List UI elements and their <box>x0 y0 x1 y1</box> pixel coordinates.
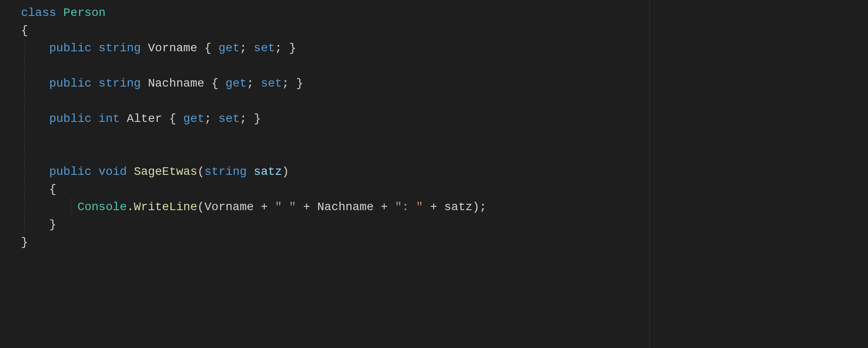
code-line[interactable] <box>21 128 868 145</box>
semicolon: ; <box>247 77 254 90</box>
property-alter: Alter <box>127 112 162 125</box>
code-editor[interactable]: class Person { public string Vorname { g… <box>0 0 868 251</box>
semicolon: ; <box>204 112 212 125</box>
keyword-string: string <box>204 165 247 178</box>
keyword-set: set <box>261 77 282 90</box>
keyword-get: get <box>183 112 204 125</box>
indent-guide <box>24 198 25 216</box>
close-brace: } <box>21 236 28 249</box>
indent-guide <box>24 181 25 198</box>
code-line[interactable] <box>21 92 868 110</box>
open-paren: ( <box>197 165 204 178</box>
keyword-set: set <box>219 112 240 125</box>
keyword-public: public <box>49 112 92 125</box>
close-brace: } <box>289 42 296 55</box>
string-literal: ": " <box>395 200 423 214</box>
semicolon: ; <box>240 42 247 55</box>
code-line[interactable]: } <box>21 216 868 234</box>
indent-guide <box>24 163 25 181</box>
keyword-get: get <box>219 42 240 55</box>
open-brace: { <box>204 42 212 55</box>
indent-guide <box>24 92 25 110</box>
code-line[interactable] <box>21 57 868 75</box>
keyword-string: string <box>99 42 141 55</box>
string-literal: " " <box>275 200 296 214</box>
close-brace: } <box>296 77 303 90</box>
close-brace: } <box>254 112 261 125</box>
keyword-void: void <box>99 165 127 178</box>
dot: . <box>127 200 134 214</box>
open-paren: ( <box>197 200 204 214</box>
indent-guide <box>24 40 25 57</box>
open-brace: { <box>21 24 28 37</box>
method-writeline: WriteLine <box>134 200 197 214</box>
ident-vorname: Vorname <box>204 200 254 214</box>
type-console: Console <box>77 200 127 214</box>
keyword-string: string <box>99 77 141 90</box>
indent-guide <box>71 198 72 216</box>
keyword-public: public <box>49 165 92 178</box>
open-brace: { <box>212 77 219 90</box>
open-brace: { <box>169 112 176 125</box>
code-line[interactable]: class Person <box>21 4 868 22</box>
indent-guide <box>24 57 25 75</box>
keyword-get: get <box>225 77 246 90</box>
indent-guide <box>24 75 25 92</box>
semicolon: ; <box>282 77 289 90</box>
close-brace: } <box>49 218 56 231</box>
indent-guide <box>24 145 25 163</box>
semicolon: ; <box>275 42 282 55</box>
code-line[interactable]: public int Alter { get; set; } <box>21 110 868 128</box>
close-paren: ) <box>282 165 289 178</box>
semicolon: ; <box>240 112 247 125</box>
param-satz: satz <box>254 165 282 178</box>
open-brace: { <box>49 183 56 196</box>
type-person: Person <box>63 6 106 19</box>
plus-op: + <box>296 200 317 214</box>
code-line[interactable]: { <box>21 22 868 40</box>
indent-guide <box>24 128 25 145</box>
plus-op: + <box>423 200 444 214</box>
code-line[interactable]: } <box>21 234 868 251</box>
indent-guide <box>24 110 25 128</box>
property-vorname: Vorname <box>148 42 198 55</box>
property-nachname: Nachname <box>148 77 204 90</box>
close-paren-semi: ); <box>473 200 487 214</box>
keyword-public: public <box>49 42 92 55</box>
code-line[interactable]: { <box>21 181 868 198</box>
keyword-class: class <box>21 6 56 19</box>
ident-satz: satz <box>444 200 472 214</box>
indent-guide <box>24 216 25 234</box>
code-line[interactable]: public string Vorname { get; set; } <box>21 40 868 57</box>
plus-op: + <box>374 200 395 214</box>
ident-nachname: Nachname <box>317 200 374 214</box>
keyword-int: int <box>99 112 120 125</box>
code-line[interactable]: public string Nachname { get; set; } <box>21 75 868 92</box>
keyword-public: public <box>49 77 92 90</box>
method-sageetwas: SageEtwas <box>134 165 197 178</box>
keyword-set: set <box>254 42 275 55</box>
plus-op: + <box>254 200 275 214</box>
code-line[interactable]: public void SageEtwas(string satz) <box>21 163 868 181</box>
code-line[interactable]: Console.WriteLine(Vorname + " " + Nachna… <box>21 198 868 216</box>
code-line[interactable] <box>21 145 868 163</box>
